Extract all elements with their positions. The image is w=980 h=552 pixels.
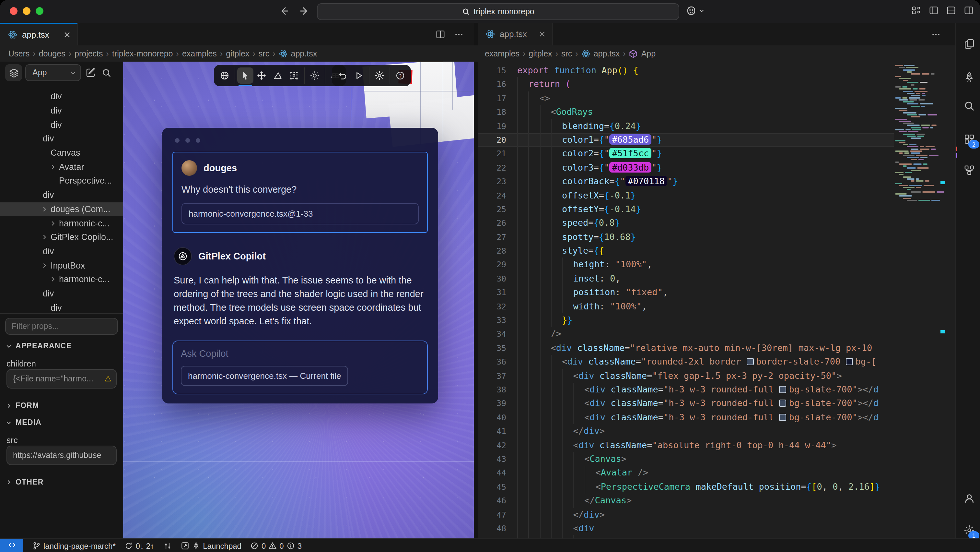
tool-marquee-button[interactable] xyxy=(286,67,302,84)
breadcrumb-item[interactable]: app.tsx xyxy=(279,49,317,58)
minimap[interactable] xyxy=(894,65,931,203)
breadcrumb-item[interactable]: src xyxy=(259,49,269,58)
tree-item[interactable]: div xyxy=(0,188,123,202)
tree-item[interactable]: Avatar xyxy=(0,160,123,174)
tree-item[interactable]: harmonic-c... xyxy=(0,273,123,286)
code-line[interactable]: 47</div> xyxy=(478,507,894,522)
tree-item[interactable]: harmonic-c... xyxy=(0,216,123,230)
tool-move-button[interactable] xyxy=(253,67,270,84)
activity-gear-button[interactable]: 1 xyxy=(963,523,975,536)
code-line[interactable]: 27spotty={10.68} xyxy=(478,230,894,244)
code-line[interactable]: 46</Canvas> xyxy=(478,494,894,507)
close-window-button[interactable] xyxy=(10,7,18,15)
activity-search-button[interactable] xyxy=(963,99,975,112)
code-line[interactable]: 26speed={0.8} xyxy=(478,216,894,230)
customize-layout-icon[interactable] xyxy=(911,6,921,15)
code-line[interactable]: 24offsetX={-0.1} xyxy=(478,188,894,203)
component-select[interactable]: App xyxy=(25,64,81,81)
tree-item[interactable]: GitPlex Copilo... xyxy=(0,230,123,244)
code-line[interactable]: 15export function App() { xyxy=(478,64,894,78)
tree-item[interactable]: div xyxy=(0,286,123,300)
breadcrumb-item[interactable]: examples xyxy=(485,49,520,58)
breadcrumb-item[interactable]: Users xyxy=(8,49,30,58)
activity-rocket-button[interactable] xyxy=(963,70,975,83)
code-line[interactable]: 29height: "100%", xyxy=(478,258,894,272)
tool-scale-button[interactable] xyxy=(270,67,286,84)
split-editor-left-icon[interactable] xyxy=(929,6,939,15)
tree-item[interactable]: div xyxy=(0,118,123,132)
code-line[interactable]: 23colorBack={"#070118"} xyxy=(478,174,894,188)
scene-viewport[interactable]: ? douges Why doesn't this converge? harm… xyxy=(123,62,474,538)
code-line[interactable]: 19blending={0.24} xyxy=(478,119,894,133)
tool-help-button[interactable]: ? xyxy=(392,67,408,84)
layers-button[interactable] xyxy=(5,64,22,81)
split-editor-icon[interactable] xyxy=(436,30,445,38)
code-line[interactable]: 44<Avatar /> xyxy=(478,466,894,480)
code-line[interactable]: 34/> xyxy=(478,327,894,341)
close-tab-icon[interactable] xyxy=(539,30,546,38)
more-actions-icon[interactable] xyxy=(931,30,940,38)
prop-src-input[interactable] xyxy=(6,446,117,465)
code-line[interactable]: 49className={ xyxy=(478,536,894,538)
tool-light-button[interactable] xyxy=(307,67,323,84)
breadcrumb-item[interactable]: src xyxy=(561,49,572,58)
selected-user-message[interactable]: douges Why doesn't this converge? harmon… xyxy=(172,152,428,233)
sync-item[interactable]: 0↓ 2↑ xyxy=(125,541,154,550)
launchpad-item[interactable]: Launchpad xyxy=(181,541,242,550)
close-tab-icon[interactable] xyxy=(64,31,71,38)
code-line[interactable]: 35<div className="relative mx-auto min-w… xyxy=(478,341,894,355)
tree-item[interactable]: div xyxy=(0,132,123,146)
breadcrumb-item[interactable]: gitplex xyxy=(226,49,249,58)
code-line[interactable]: 43<Canvas> xyxy=(478,452,894,466)
breadcrumb-item[interactable]: projects xyxy=(75,49,103,58)
code-line[interactable]: 28style={{ xyxy=(478,244,894,258)
compare-changes-item[interactable] xyxy=(163,542,172,550)
tree-item[interactable]: div xyxy=(0,244,123,258)
activity-account-button[interactable] xyxy=(963,492,975,505)
code-line[interactable]: 16return ( xyxy=(478,78,894,91)
tree-item[interactable]: div xyxy=(0,301,123,314)
section-media[interactable]: MEDIA xyxy=(6,418,41,426)
remote-indicator-button[interactable] xyxy=(0,539,23,552)
activity-components-button[interactable] xyxy=(963,163,975,176)
code-line[interactable]: 25offsetY={-0.14} xyxy=(478,203,894,216)
prop-children-input[interactable] xyxy=(6,369,117,389)
code-line[interactable]: 30inset: 0, xyxy=(478,272,894,286)
project-switcher[interactable] xyxy=(686,5,705,16)
code-line[interactable]: 18<GodRays xyxy=(478,105,894,119)
attachment-pill[interactable]: harmonic-convergence.tsx@1-33 xyxy=(181,203,419,225)
tree-item[interactable]: div xyxy=(0,89,123,104)
problems-item[interactable]: 0 0 3 xyxy=(250,541,302,550)
command-search-bar[interactable]: triplex-monorepo xyxy=(317,3,679,20)
section-other[interactable]: OTHER xyxy=(6,478,44,486)
breadcrumb-item[interactable]: App xyxy=(629,49,656,58)
breadcrumb-item[interactable]: douges xyxy=(39,49,65,58)
forward-icon[interactable] xyxy=(299,6,310,16)
code-line[interactable]: 42<div className="absolute right-0 top-0… xyxy=(478,438,894,452)
breadcrumb-item[interactable]: examples xyxy=(182,49,217,58)
breadcrumb-item[interactable]: gitplex xyxy=(528,49,552,58)
code-line[interactable]: 21color2={"#51f5cc"} xyxy=(478,147,894,161)
secondary-sidebar-icon[interactable] xyxy=(964,6,974,15)
code-line[interactable]: 41</div> xyxy=(478,424,894,438)
zoom-window-button[interactable] xyxy=(36,7,43,15)
code-line[interactable]: 33}} xyxy=(478,313,894,327)
activity-panels-button[interactable]: 2 xyxy=(963,132,975,145)
code-line[interactable]: 38<div className="h-3 w-3 rounded-full b… xyxy=(478,383,894,397)
tree-item[interactable]: Canvas xyxy=(0,146,123,160)
more-actions-icon[interactable] xyxy=(454,30,463,38)
composer-context-pill[interactable]: harmonic-convergence.tsx — Current file xyxy=(181,366,348,386)
code-line[interactable]: 31position: "fixed", xyxy=(478,286,894,300)
copilot-composer[interactable]: Ask Copilot harmonic-convergence.tsx — C… xyxy=(172,341,428,394)
search-scene-icon[interactable] xyxy=(100,67,113,79)
back-icon[interactable] xyxy=(279,6,289,16)
code-line[interactable]: 40<div className="h-3 w-3 rounded-full b… xyxy=(478,411,894,424)
tab-app-tsx[interactable]: app.tsx xyxy=(0,23,78,45)
tree-item[interactable]: douges (Com... xyxy=(0,202,123,216)
tree-item[interactable]: InputBox xyxy=(0,258,123,273)
tool-globe-button[interactable] xyxy=(216,67,233,84)
code-line[interactable]: 45<PerspectiveCamera makeDefault positio… xyxy=(478,480,894,494)
code-line[interactable]: 36<div className="rounded-2xl border bor… xyxy=(478,355,894,369)
tab-app-tsx-editor[interactable]: app.tsx xyxy=(478,23,553,45)
tool-select-button[interactable] xyxy=(237,67,253,84)
